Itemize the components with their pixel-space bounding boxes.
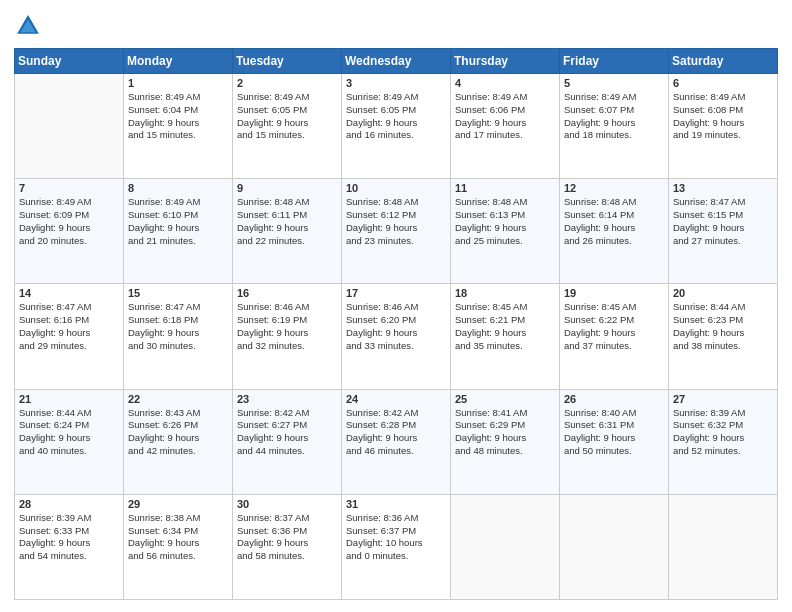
calendar-cell: 16Sunrise: 8:46 AM Sunset: 6:19 PM Dayli… [233,284,342,389]
calendar-cell: 23Sunrise: 8:42 AM Sunset: 6:27 PM Dayli… [233,389,342,494]
day-number: 21 [19,393,119,405]
calendar-cell: 3Sunrise: 8:49 AM Sunset: 6:05 PM Daylig… [342,74,451,179]
calendar-cell [560,494,669,599]
weekday-header: Tuesday [233,49,342,74]
calendar-cell: 24Sunrise: 8:42 AM Sunset: 6:28 PM Dayli… [342,389,451,494]
calendar-cell: 29Sunrise: 8:38 AM Sunset: 6:34 PM Dayli… [124,494,233,599]
day-info: Sunrise: 8:45 AM Sunset: 6:21 PM Dayligh… [455,301,555,352]
day-info: Sunrise: 8:48 AM Sunset: 6:12 PM Dayligh… [346,196,446,247]
day-number: 3 [346,77,446,89]
calendar-cell: 2Sunrise: 8:49 AM Sunset: 6:05 PM Daylig… [233,74,342,179]
day-number: 29 [128,498,228,510]
day-info: Sunrise: 8:40 AM Sunset: 6:31 PM Dayligh… [564,407,664,458]
day-info: Sunrise: 8:49 AM Sunset: 6:08 PM Dayligh… [673,91,773,142]
day-number: 26 [564,393,664,405]
calendar-cell: 1Sunrise: 8:49 AM Sunset: 6:04 PM Daylig… [124,74,233,179]
day-info: Sunrise: 8:48 AM Sunset: 6:14 PM Dayligh… [564,196,664,247]
calendar-cell: 30Sunrise: 8:37 AM Sunset: 6:36 PM Dayli… [233,494,342,599]
calendar-cell: 10Sunrise: 8:48 AM Sunset: 6:12 PM Dayli… [342,179,451,284]
calendar-cell: 27Sunrise: 8:39 AM Sunset: 6:32 PM Dayli… [669,389,778,494]
day-info: Sunrise: 8:47 AM Sunset: 6:16 PM Dayligh… [19,301,119,352]
day-number: 12 [564,182,664,194]
day-number: 16 [237,287,337,299]
day-info: Sunrise: 8:42 AM Sunset: 6:27 PM Dayligh… [237,407,337,458]
calendar-cell: 6Sunrise: 8:49 AM Sunset: 6:08 PM Daylig… [669,74,778,179]
calendar-cell: 26Sunrise: 8:40 AM Sunset: 6:31 PM Dayli… [560,389,669,494]
day-number: 1 [128,77,228,89]
day-info: Sunrise: 8:47 AM Sunset: 6:18 PM Dayligh… [128,301,228,352]
day-number: 27 [673,393,773,405]
day-number: 30 [237,498,337,510]
day-info: Sunrise: 8:39 AM Sunset: 6:32 PM Dayligh… [673,407,773,458]
calendar-body: 1Sunrise: 8:49 AM Sunset: 6:04 PM Daylig… [15,74,778,600]
day-info: Sunrise: 8:47 AM Sunset: 6:15 PM Dayligh… [673,196,773,247]
day-number: 13 [673,182,773,194]
day-info: Sunrise: 8:39 AM Sunset: 6:33 PM Dayligh… [19,512,119,563]
day-number: 19 [564,287,664,299]
day-number: 24 [346,393,446,405]
day-info: Sunrise: 8:49 AM Sunset: 6:09 PM Dayligh… [19,196,119,247]
day-info: Sunrise: 8:49 AM Sunset: 6:05 PM Dayligh… [237,91,337,142]
logo-icon [14,12,42,40]
calendar-table: SundayMondayTuesdayWednesdayThursdayFrid… [14,48,778,600]
calendar-week-row: 28Sunrise: 8:39 AM Sunset: 6:33 PM Dayli… [15,494,778,599]
day-info: Sunrise: 8:36 AM Sunset: 6:37 PM Dayligh… [346,512,446,563]
calendar-week-row: 21Sunrise: 8:44 AM Sunset: 6:24 PM Dayli… [15,389,778,494]
calendar-header: SundayMondayTuesdayWednesdayThursdayFrid… [15,49,778,74]
calendar-week-row: 14Sunrise: 8:47 AM Sunset: 6:16 PM Dayli… [15,284,778,389]
day-info: Sunrise: 8:41 AM Sunset: 6:29 PM Dayligh… [455,407,555,458]
page: SundayMondayTuesdayWednesdayThursdayFrid… [0,0,792,612]
day-number: 4 [455,77,555,89]
day-info: Sunrise: 8:49 AM Sunset: 6:04 PM Dayligh… [128,91,228,142]
day-number: 28 [19,498,119,510]
day-number: 8 [128,182,228,194]
calendar-cell: 14Sunrise: 8:47 AM Sunset: 6:16 PM Dayli… [15,284,124,389]
day-info: Sunrise: 8:49 AM Sunset: 6:05 PM Dayligh… [346,91,446,142]
calendar-cell: 12Sunrise: 8:48 AM Sunset: 6:14 PM Dayli… [560,179,669,284]
day-info: Sunrise: 8:45 AM Sunset: 6:22 PM Dayligh… [564,301,664,352]
calendar-cell: 18Sunrise: 8:45 AM Sunset: 6:21 PM Dayli… [451,284,560,389]
calendar-week-row: 7Sunrise: 8:49 AM Sunset: 6:09 PM Daylig… [15,179,778,284]
day-number: 15 [128,287,228,299]
weekday-row: SundayMondayTuesdayWednesdayThursdayFrid… [15,49,778,74]
day-number: 2 [237,77,337,89]
calendar-cell: 17Sunrise: 8:46 AM Sunset: 6:20 PM Dayli… [342,284,451,389]
day-number: 5 [564,77,664,89]
calendar-cell: 20Sunrise: 8:44 AM Sunset: 6:23 PM Dayli… [669,284,778,389]
weekday-header: Sunday [15,49,124,74]
weekday-header: Wednesday [342,49,451,74]
calendar-cell: 13Sunrise: 8:47 AM Sunset: 6:15 PM Dayli… [669,179,778,284]
calendar-cell: 25Sunrise: 8:41 AM Sunset: 6:29 PM Dayli… [451,389,560,494]
day-number: 20 [673,287,773,299]
weekday-header: Thursday [451,49,560,74]
calendar-cell: 9Sunrise: 8:48 AM Sunset: 6:11 PM Daylig… [233,179,342,284]
weekday-header: Monday [124,49,233,74]
calendar-cell: 11Sunrise: 8:48 AM Sunset: 6:13 PM Dayli… [451,179,560,284]
day-number: 14 [19,287,119,299]
day-number: 10 [346,182,446,194]
calendar-cell: 22Sunrise: 8:43 AM Sunset: 6:26 PM Dayli… [124,389,233,494]
day-info: Sunrise: 8:43 AM Sunset: 6:26 PM Dayligh… [128,407,228,458]
day-info: Sunrise: 8:37 AM Sunset: 6:36 PM Dayligh… [237,512,337,563]
day-info: Sunrise: 8:38 AM Sunset: 6:34 PM Dayligh… [128,512,228,563]
calendar-cell: 28Sunrise: 8:39 AM Sunset: 6:33 PM Dayli… [15,494,124,599]
day-number: 31 [346,498,446,510]
day-number: 25 [455,393,555,405]
day-info: Sunrise: 8:49 AM Sunset: 6:07 PM Dayligh… [564,91,664,142]
day-info: Sunrise: 8:49 AM Sunset: 6:06 PM Dayligh… [455,91,555,142]
day-info: Sunrise: 8:44 AM Sunset: 6:24 PM Dayligh… [19,407,119,458]
calendar-cell: 19Sunrise: 8:45 AM Sunset: 6:22 PM Dayli… [560,284,669,389]
day-info: Sunrise: 8:46 AM Sunset: 6:20 PM Dayligh… [346,301,446,352]
weekday-header: Friday [560,49,669,74]
day-number: 17 [346,287,446,299]
calendar-cell: 7Sunrise: 8:49 AM Sunset: 6:09 PM Daylig… [15,179,124,284]
day-number: 18 [455,287,555,299]
day-number: 7 [19,182,119,194]
day-number: 22 [128,393,228,405]
day-number: 9 [237,182,337,194]
calendar-cell [669,494,778,599]
calendar-cell: 21Sunrise: 8:44 AM Sunset: 6:24 PM Dayli… [15,389,124,494]
header [14,12,778,40]
day-info: Sunrise: 8:49 AM Sunset: 6:10 PM Dayligh… [128,196,228,247]
day-number: 11 [455,182,555,194]
